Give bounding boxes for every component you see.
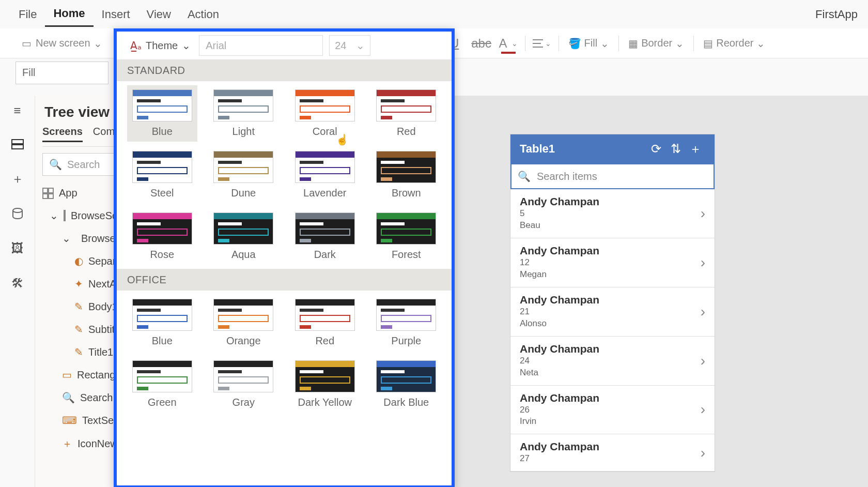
theme-card-label: Dark Blue — [383, 397, 429, 408]
list-item-title: Andy Champan — [520, 245, 701, 257]
theme-card-dark-blue[interactable]: Dark Blue — [371, 356, 442, 413]
theme-card-steel[interactable]: Steel — [127, 147, 197, 203]
search-icon: 🔍 — [49, 158, 62, 171]
theme-card-label: Red — [315, 335, 334, 347]
chevron-right-icon: › — [701, 303, 705, 320]
list-item-title: Andy Champan — [520, 440, 701, 453]
theme-card-dark-yellow[interactable]: Dark Yellow — [290, 356, 360, 413]
theme-card-label: Dark Yellow — [298, 397, 352, 408]
theme-button[interactable]: A̲ₐ Theme ⌄ — [125, 36, 196, 55]
svg-rect-8 — [43, 194, 48, 199]
property-label: Fill — [22, 67, 36, 79]
theme-grid-standard: Blue Light Coral Red Steel Dune Lavender… — [117, 81, 452, 269]
preview-search[interactable]: 🔍 Search items — [510, 163, 715, 189]
sort-icon[interactable]: ⇅ — [666, 142, 686, 156]
svg-rect-3 — [12, 140, 23, 144]
menu-file[interactable]: File — [10, 3, 45, 26]
fill-label: Fill — [584, 37, 598, 49]
theme-card-label: Purple — [391, 335, 421, 347]
property-selector[interactable]: Fill — [16, 62, 109, 84]
theme-card-blue[interactable]: Blue — [127, 85, 197, 142]
hamburger-icon[interactable]: ≡ — [13, 103, 21, 118]
list-item-id: 5 — [520, 208, 701, 220]
font-size-select[interactable]: 24 ⌄ — [329, 35, 370, 56]
list-item[interactable]: Andy Champan 12 Megan › — [510, 238, 715, 287]
font-color-button[interactable]: A⌄ — [499, 34, 518, 53]
reorder-button[interactable]: ▤ Reorder ⌄ — [697, 34, 771, 53]
list-item-title: Andy Champan — [520, 392, 701, 404]
menu-view[interactable]: View — [138, 3, 179, 26]
theme-card-red[interactable]: Red — [371, 85, 442, 142]
new-screen-button[interactable]: ▭ New screen ⌄ — [16, 34, 109, 53]
theme-grid-office: Blue Orange Red Purple Green Gray Dark Y… — [117, 291, 452, 417]
insert-icon[interactable]: ＋ — [11, 171, 24, 187]
list-item[interactable]: Andy Champan 5 Beau › — [510, 189, 715, 238]
theme-card-label: Rose — [150, 249, 174, 261]
theme-card-dark[interactable]: Dark — [290, 208, 360, 265]
chevron-down-icon: ⌄ — [94, 37, 102, 50]
theme-card-lavender[interactable]: Lavender — [290, 147, 360, 203]
list-item-id: 24 — [520, 355, 701, 367]
font-label: Arial — [206, 40, 226, 52]
theme-label: Theme — [146, 40, 178, 52]
menu-action[interactable]: Action — [179, 3, 227, 26]
tools-icon[interactable]: 🛠 — [11, 276, 24, 291]
new-screen-label: New screen — [36, 37, 90, 49]
theme-card-orange[interactable]: Orange — [209, 295, 279, 351]
media-icon[interactable]: 🖼 — [11, 241, 24, 255]
theme-card-red[interactable]: Red — [290, 295, 360, 351]
tab-screens[interactable]: Screens — [42, 126, 83, 142]
fill-button[interactable]: 🪣 Fill ⌄ — [562, 34, 616, 53]
list-item[interactable]: Andy Champan 21 Alonso › — [510, 287, 715, 337]
screen-icon — [64, 210, 66, 221]
menu-insert[interactable]: Insert — [94, 3, 138, 26]
theme-card-light[interactable]: Light — [209, 85, 279, 142]
control-icon: ✦ — [74, 278, 83, 290]
menu-home[interactable]: Home — [45, 2, 93, 27]
list-item-subtitle: Beau — [520, 220, 701, 232]
list-item[interactable]: Andy Champan 27 › — [510, 434, 715, 471]
tree-view-icon[interactable] — [11, 139, 24, 150]
theme-card-blue[interactable]: Blue — [127, 295, 197, 351]
chevron-down-icon: ⌄ — [62, 232, 71, 245]
theme-card-gray[interactable]: Gray — [209, 356, 279, 413]
strike-button[interactable]: abc — [472, 34, 491, 53]
svg-rect-6 — [43, 188, 48, 193]
chevron-right-icon: › — [701, 254, 705, 271]
data-icon[interactable] — [12, 208, 23, 220]
top-menu: File Home Insert View Action FirstApp — [0, 0, 868, 28]
separator — [693, 36, 694, 51]
list-item[interactable]: Andy Champan 26 Irvin › — [510, 386, 715, 435]
theme-card-aqua[interactable]: Aqua — [209, 208, 279, 265]
theme-card-green[interactable]: Green — [127, 356, 197, 413]
control-icon: ▭ — [62, 369, 72, 381]
list-item-title: Andy Champan — [520, 343, 701, 355]
align-button[interactable]: ⌄ — [533, 34, 551, 53]
border-icon: ▦ — [628, 37, 638, 50]
cursor-icon: ☝ — [336, 133, 349, 146]
font-select[interactable]: Arial — [199, 35, 323, 56]
list-item-title: Andy Champan — [520, 195, 701, 208]
control-icon: ✎ — [74, 346, 83, 358]
list-item[interactable]: Andy Champan 24 Neta › — [510, 337, 715, 386]
preview-header: Table1 ⟳ ⇅ ＋ — [510, 134, 715, 163]
reorder-label: Reorder — [716, 37, 753, 49]
theme-card-label: Light — [233, 126, 255, 138]
theme-card-label: Blue — [152, 335, 173, 347]
separator — [559, 36, 559, 51]
theme-card-label: Green — [148, 397, 177, 408]
theme-card-brown[interactable]: Brown — [371, 147, 442, 203]
theme-card-forest[interactable]: Forest — [371, 208, 442, 265]
refresh-icon[interactable]: ⟳ — [646, 142, 666, 156]
svg-point-5 — [13, 208, 22, 212]
chevron-down-icon: ⌄ — [756, 37, 765, 50]
plus-icon[interactable]: ＋ — [686, 141, 705, 157]
control-icon: 🔍 — [62, 391, 75, 404]
theme-card-rose[interactable]: Rose — [127, 208, 197, 265]
theme-section-office: OFFICE — [117, 269, 452, 291]
theme-card-purple[interactable]: Purple — [371, 295, 442, 351]
border-button[interactable]: ▦ Border ⌄ — [622, 34, 690, 53]
theme-card-coral[interactable]: Coral — [290, 85, 360, 142]
theme-card-label: Orange — [226, 335, 261, 347]
theme-card-dune[interactable]: Dune — [209, 147, 279, 203]
